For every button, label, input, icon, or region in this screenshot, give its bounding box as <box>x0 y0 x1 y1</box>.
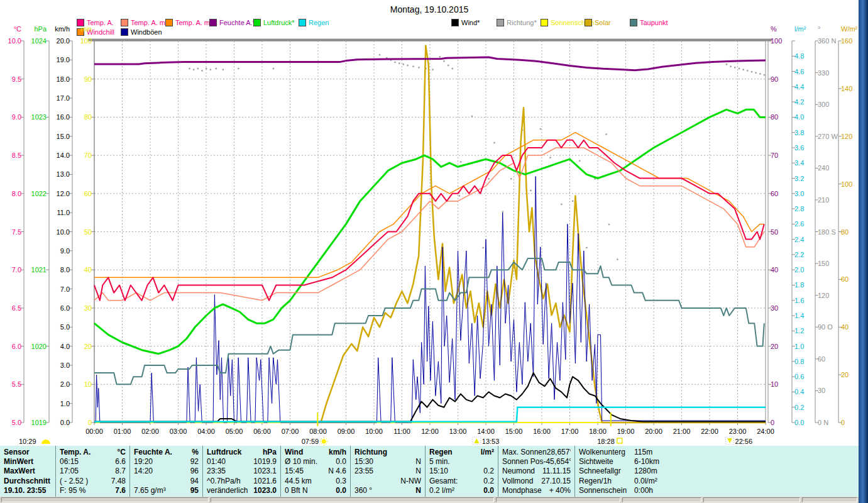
axis-tick-label: 11.0 <box>57 209 70 216</box>
axis-tick-label: 7.0 <box>12 266 21 274</box>
table-col-astro: Max. Sonnen28,657°Sonnen Pos-45,654°Neum… <box>498 446 575 497</box>
x-tick-label: 00:00 <box>85 428 103 435</box>
table-cell: 15:30N <box>354 456 421 466</box>
axis-tick-label: 15.0 <box>57 133 70 140</box>
axis-tick-label: 0 <box>841 419 845 426</box>
series-richtung-dot <box>443 60 444 62</box>
x-tick-label: 16:00 <box>533 428 551 435</box>
table-cell: ( - 2.52 )7.48 <box>60 476 126 485</box>
axis-tick-label: 50 <box>771 228 778 236</box>
axis-tick-label: 180 S <box>818 228 836 236</box>
table-col-header: Richtung <box>354 447 421 456</box>
axis-tick-label: 60 <box>841 275 849 283</box>
series-richtung-dot <box>747 70 748 71</box>
series-richtung-dot <box>273 68 274 69</box>
x-tick-label: 01:00 <box>114 428 131 435</box>
axis-tick-label: 1.8 <box>794 281 804 289</box>
axis-tick-label: 2.8 <box>794 205 804 213</box>
table-cell: F: 95 %7.6 <box>60 486 126 495</box>
astro-marker-time: 18:28 <box>597 438 615 445</box>
series-richtung-dot <box>488 178 489 179</box>
table-cell: 23:55N <box>354 467 421 476</box>
axis-unit-label: W/m² <box>841 25 858 33</box>
table-col-weather: Wolkenunterg115mSichtweite6-10kmSchneefa… <box>575 446 726 497</box>
table-cell: 44.5 km0.3 <box>285 476 346 485</box>
status-bar <box>0 497 859 503</box>
axis-unit-label: min <box>80 25 92 33</box>
series-richtung-dot <box>439 56 441 57</box>
axis-tick-label: 1.2 <box>794 327 804 334</box>
table-cell: Gesamt:0.2 <box>429 476 494 485</box>
status-bar-segment <box>211 497 495 502</box>
axis-tick-label: 5.0 <box>60 323 70 331</box>
axis-tick-label: 270 W <box>818 133 838 140</box>
table-row-label: MaxWert <box>4 467 52 476</box>
axis-tick-label: 2.0 <box>60 380 70 388</box>
series-richtung-dot <box>432 69 433 70</box>
table-col-header: Feuchte A.% <box>134 447 199 456</box>
axis-tick-label: 40 <box>771 266 778 274</box>
series-richtung-dot <box>398 62 400 64</box>
series-richtung-dot <box>197 68 199 69</box>
table-cell: Neumond11.11.15 <box>502 467 571 476</box>
axis-tick-label: 80 <box>771 113 778 121</box>
series-richtung-dot <box>730 65 731 67</box>
axis-tick-label: 4.0 <box>794 113 804 121</box>
x-tick-label: 15:00 <box>505 428 523 435</box>
table-cell: Sonnen Pos-45,654° <box>502 456 571 466</box>
table-cell: 15:45N 4.6 <box>285 467 346 476</box>
axis-tick-label: 0.2 <box>794 404 804 411</box>
x-tick-label: 03:00 <box>170 428 187 435</box>
series-richtung-dot <box>726 64 727 65</box>
table-cell: 23:351023.1 <box>207 467 277 476</box>
axis-tick-label: 1.6 <box>794 297 804 304</box>
table-cell: 0 Bft N0.0 <box>285 486 346 495</box>
table-cell: 19:2092 <box>134 456 199 466</box>
series-richtung-dot <box>201 70 202 71</box>
axis-tick-label: 0.8 <box>794 358 804 365</box>
axis-tick-label: 10.0 <box>8 37 21 45</box>
table-row-label: Sensor <box>4 447 52 456</box>
axis-tick-label: 30 <box>84 304 92 312</box>
series-richtung-dot <box>605 133 607 135</box>
axis-unit-label: l/m² <box>794 25 806 33</box>
axis-tick-label: 100 <box>841 180 852 188</box>
table-col-richtung: Richtung15:30N23:55NN-NW360 °N <box>351 446 426 497</box>
table-cell: Vollmond27.10.15 <box>502 476 571 485</box>
series-richtung-dot <box>586 247 587 248</box>
axis-tick-label: 40 <box>841 323 849 331</box>
table-col-luftdruck: LuftdruckhPa01:401019.923:351023.1^0.7hP… <box>203 446 281 497</box>
series-richtung-dot <box>403 64 404 65</box>
series-temp-a-max <box>94 133 764 278</box>
table-cell: Sonnenschein0:00h <box>579 486 722 495</box>
axis-tick-label: 14.0 <box>57 152 70 159</box>
axis-tick-label: 360 N <box>818 37 836 45</box>
axis-tick-label: 210 <box>818 196 829 204</box>
axis-tick-label: 60 <box>771 190 778 197</box>
axis-tick-label: 7.0 <box>60 285 70 293</box>
x-tick-label: 13:00 <box>449 428 467 435</box>
series-richtung-dot <box>617 258 618 260</box>
axis-tick-label: 8.0 <box>60 266 70 274</box>
series-richtung-dot <box>510 178 512 179</box>
series-richtung-dot <box>210 69 211 70</box>
table-cell: Regen/1h0.0l/m² <box>579 476 722 485</box>
axis-tick-label: 6.0 <box>60 304 70 312</box>
x-tick-label: 11:00 <box>393 428 410 435</box>
axis-tick-label: 4.8 <box>794 52 804 60</box>
axis-tick-label: 3.0 <box>794 190 804 197</box>
table-col-header: Regenl/m² <box>429 447 494 456</box>
axis-tick-label: 1022 <box>31 190 47 197</box>
table-row-label: Durchschnitt <box>4 476 52 485</box>
series-richtung-dot <box>216 68 217 69</box>
axis-tick-label: 1.4 <box>794 312 804 319</box>
axis-tick-label: 3.0 <box>60 362 70 369</box>
axis-tick-label: 240 <box>818 164 829 172</box>
series-solar <box>321 46 766 423</box>
sun-ray <box>326 443 326 444</box>
sunset-square-icon <box>617 438 622 443</box>
axis-tick-label: 10 <box>771 380 778 388</box>
table-cell: 94 <box>134 476 199 485</box>
table-cell: 0.2 l/m²0.0 <box>429 486 494 495</box>
series-richtung-dot <box>460 161 461 162</box>
